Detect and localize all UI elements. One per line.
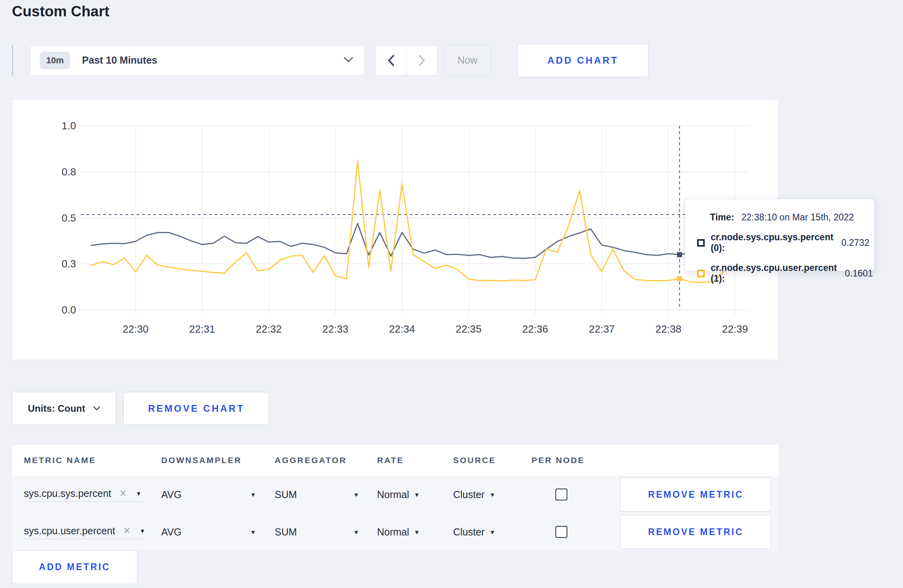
hover-point-1 bbox=[677, 276, 682, 281]
caret-down-icon: ▼ bbox=[489, 529, 495, 535]
caret-down-icon: ▼ bbox=[140, 528, 146, 534]
col-header-rate: RATE bbox=[377, 456, 453, 465]
x-axis-tick-label: 22:34 bbox=[389, 323, 415, 335]
chevron-down-icon bbox=[344, 57, 353, 64]
col-header-aggregator: AGGREGATOR bbox=[275, 456, 377, 465]
caret-down-icon: ▼ bbox=[353, 529, 359, 535]
remove-metric-button[interactable]: REMOVE METRIC bbox=[620, 515, 771, 549]
metric-name-select[interactable]: sys.cpu.sys.percent ✕ ▼ bbox=[24, 488, 142, 502]
rate-value: Normal bbox=[377, 526, 409, 538]
series-swatch-sys bbox=[697, 239, 705, 247]
metric-name-value: sys.cpu.sys.percent bbox=[24, 488, 111, 499]
y-axis-tick-label: 0.0 bbox=[62, 304, 76, 316]
per-node-checkbox[interactable] bbox=[555, 489, 567, 500]
tooltip-series-label: cr.node.sys.cpu.user.percent (1): bbox=[711, 263, 837, 284]
rate-select[interactable]: Normal ▼ bbox=[377, 526, 453, 538]
metric-name-value: sys.cpu.user.percent bbox=[24, 525, 115, 537]
aggregator-value: SUM bbox=[275, 526, 297, 538]
clear-metric-icon[interactable]: ✕ bbox=[123, 526, 131, 536]
timeseries-chart-card: 0.00.30.50.81.022:3022:3122:3222:3322:34… bbox=[12, 99, 779, 360]
metrics-table: METRIC NAME DOWNSAMPLER AGGREGATOR RATE … bbox=[12, 445, 779, 551]
per-node-checkbox[interactable] bbox=[555, 526, 567, 538]
series-line-0 bbox=[91, 223, 746, 258]
time-range-badge: 10m bbox=[40, 52, 70, 69]
now-button[interactable]: Now bbox=[444, 45, 491, 76]
x-axis-tick-label: 22:35 bbox=[455, 323, 481, 335]
downsampler-select[interactable]: AVG ▼ bbox=[161, 526, 256, 538]
x-axis-tick-label: 22:36 bbox=[522, 323, 548, 335]
caret-down-icon: ▼ bbox=[250, 491, 256, 498]
col-header-per-node: PER NODE bbox=[532, 456, 608, 465]
units-select[interactable]: Units: Count bbox=[12, 392, 116, 425]
y-axis-tick-label: 0.5 bbox=[62, 212, 76, 224]
timeseries-chart[interactable]: 0.00.30.50.81.022:3022:3122:3222:3322:34… bbox=[12, 99, 779, 360]
hover-point-0 bbox=[677, 252, 682, 257]
caret-down-icon: ▼ bbox=[414, 491, 420, 498]
y-axis-tick-label: 1.0 bbox=[62, 120, 76, 132]
x-axis-tick-label: 22:33 bbox=[322, 323, 348, 335]
chart-hover-tooltip: Time: 22:38:10 on Mar 15th, 2022 cr.node… bbox=[685, 199, 875, 271]
col-header-source: SOURCE bbox=[453, 456, 532, 465]
caret-down-icon: ▼ bbox=[250, 529, 256, 535]
remove-chart-button[interactable]: REMOVE CHART bbox=[123, 392, 269, 425]
tooltip-series-value: 0.2732 bbox=[841, 238, 869, 248]
add-chart-button[interactable]: ADD CHART bbox=[517, 44, 649, 77]
caret-down-icon: ▼ bbox=[414, 529, 420, 535]
source-select[interactable]: Cluster ▼ bbox=[453, 489, 532, 500]
series-swatch-user bbox=[697, 270, 705, 277]
metric-row: sys.cpu.user.percent ✕ ▼ AVG ▼ SUM ▼ Nor… bbox=[12, 513, 779, 551]
aggregator-value: SUM bbox=[275, 489, 297, 500]
source-select[interactable]: Cluster ▼ bbox=[453, 526, 532, 538]
source-value: Cluster bbox=[453, 489, 485, 500]
x-axis-tick-label: 22:39 bbox=[722, 323, 748, 335]
downsampler-select[interactable]: AVG ▼ bbox=[161, 489, 256, 500]
x-axis-tick-label: 22:37 bbox=[589, 323, 615, 335]
downsampler-value: AVG bbox=[161, 526, 182, 538]
caret-down-icon: ▼ bbox=[136, 490, 142, 497]
chevron-down-icon bbox=[93, 406, 100, 411]
x-axis-tick-label: 22:32 bbox=[256, 323, 282, 335]
toolbar-left-divider bbox=[12, 45, 13, 76]
time-step-arrows bbox=[375, 45, 438, 76]
downsampler-value: AVG bbox=[161, 489, 182, 500]
tooltip-series-label: cr.node.sys.cpu.sys.percent (0): bbox=[711, 232, 833, 253]
y-axis-tick-label: 0.3 bbox=[62, 258, 76, 270]
metrics-table-header: METRIC NAME DOWNSAMPLER AGGREGATOR RATE … bbox=[12, 445, 779, 476]
caret-down-icon: ▼ bbox=[353, 491, 359, 498]
clear-metric-icon[interactable]: ✕ bbox=[119, 488, 127, 499]
y-axis-tick-label: 0.8 bbox=[62, 166, 76, 178]
rate-value: Normal bbox=[377, 489, 409, 500]
tooltip-series-value: 0.1601 bbox=[845, 268, 873, 279]
rate-select[interactable]: Normal ▼ bbox=[377, 489, 453, 500]
previous-timespan-button[interactable] bbox=[375, 45, 407, 75]
next-timespan-button[interactable] bbox=[407, 45, 437, 75]
metric-row: sys.cpu.sys.percent ✕ ▼ AVG ▼ SUM ▼ Norm… bbox=[12, 476, 779, 513]
time-range-label: Past 10 Minutes bbox=[82, 55, 157, 66]
aggregator-select[interactable]: SUM ▼ bbox=[275, 526, 359, 538]
units-label: Units: Count bbox=[28, 403, 85, 414]
aggregator-select[interactable]: SUM ▼ bbox=[275, 489, 359, 500]
add-metric-button[interactable]: ADD METRIC bbox=[12, 550, 137, 584]
tooltip-time-label: Time: bbox=[710, 212, 734, 223]
x-axis-tick-label: 22:31 bbox=[189, 323, 215, 335]
x-axis-tick-label: 22:38 bbox=[655, 323, 681, 335]
metric-name-select[interactable]: sys.cpu.user.percent ✕ ▼ bbox=[24, 525, 145, 539]
col-header-downsampler: DOWNSAMPLER bbox=[161, 456, 275, 465]
page-title: Custom Chart bbox=[12, 3, 109, 20]
x-axis-tick-label: 22:30 bbox=[123, 323, 149, 335]
time-range-select[interactable]: 10m Past 10 Minutes bbox=[30, 45, 365, 76]
source-value: Cluster bbox=[453, 526, 485, 538]
caret-down-icon: ▼ bbox=[489, 491, 495, 498]
remove-metric-button[interactable]: REMOVE METRIC bbox=[620, 477, 771, 512]
col-header-metric-name: METRIC NAME bbox=[12, 456, 161, 465]
tooltip-time-value: 22:38:10 on Mar 15th, 2022 bbox=[741, 212, 854, 223]
